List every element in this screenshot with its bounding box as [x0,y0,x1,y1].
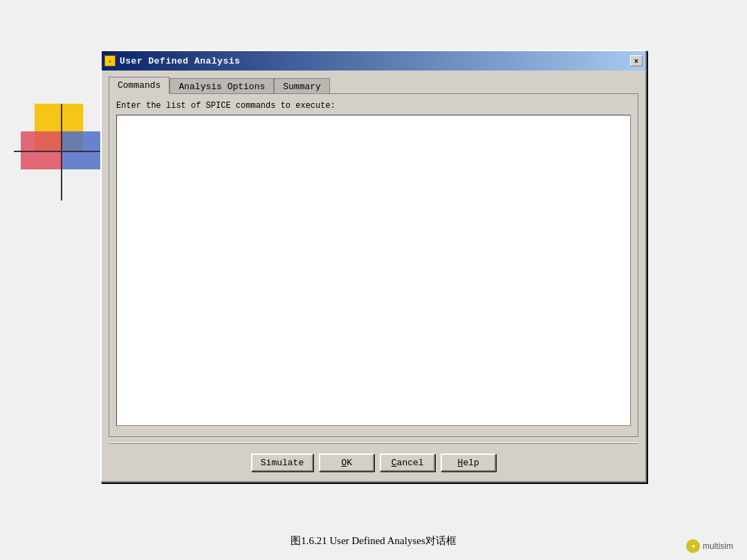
simulate-button[interactable]: Simulate [251,454,313,472]
commands-textarea[interactable] [116,115,631,426]
user-defined-analysis-dialog: ✦ User Defined Analysis × Commands Analy… [100,50,647,483]
cancel-label-rest: ancel [397,458,424,468]
help-button[interactable]: Help [441,454,496,472]
watermark-text: multisim [703,541,733,551]
title-bar-text: ✦ User Defined Analysis [104,55,240,66]
button-row: Simulate OK Cancel Help [109,449,638,474]
tab-analysis-options[interactable]: Analysis Options [169,78,274,95]
close-button[interactable]: × [630,55,643,66]
dialog-title: User Defined Analysis [120,56,240,66]
title-icon: ✦ [104,55,116,66]
help-label-rest: elp [463,458,479,468]
cancel-underline: C [391,458,397,468]
title-bar-controls: × [630,55,643,66]
watermark-icon: ✦ [686,539,700,553]
watermark: ✦ multisim [686,539,733,553]
crosshair-vertical [61,104,62,200]
tab-content-commands: Enter the list of SPICE commands to exec… [109,93,638,437]
tab-bar: Commands Analysis Options Summary [109,76,638,93]
commands-description: Enter the list of SPICE commands to exec… [116,101,631,111]
bottom-separator [109,442,638,444]
tab-summary[interactable]: Summary [274,78,330,95]
title-bar: ✦ User Defined Analysis × [102,51,645,71]
page-caption: 图1.6.21 User Defined Analyses对话框 [0,534,747,548]
ok-label-rest: K [347,458,352,468]
cancel-button[interactable]: Cancel [380,454,435,472]
ok-button[interactable]: OK [319,454,374,472]
tab-commands[interactable]: Commands [109,77,169,94]
dialog-body: Commands Analysis Options Summary Enter … [102,71,645,481]
